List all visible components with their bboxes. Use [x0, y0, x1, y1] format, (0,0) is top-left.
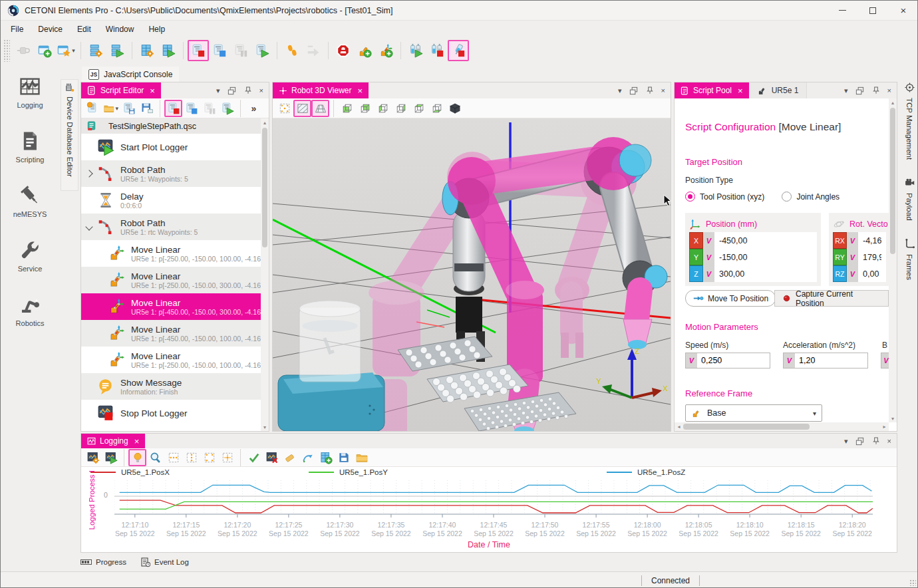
- wireframe-icon[interactable]: [293, 100, 311, 117]
- tab-close-icon[interactable]: ×: [738, 86, 743, 96]
- stop-script-icon[interactable]: [164, 100, 182, 117]
- add-robot-axes-icon[interactable]: [375, 40, 396, 61]
- device-config-icon[interactable]: [85, 40, 106, 61]
- tab-robot-3d-viewer[interactable]: Robot 3D Viewer×: [273, 82, 369, 98]
- solid-view-icon[interactable]: [446, 100, 464, 117]
- module-config-icon[interactable]: [136, 40, 158, 61]
- panel-menu-icon[interactable]: ▾: [844, 437, 848, 446]
- radio-joint-angles[interactable]: Joint Angles: [782, 192, 840, 202]
- dosing-stop-icon[interactable]: [426, 40, 448, 61]
- script-run-icon[interactable]: [251, 40, 273, 61]
- syringe-stop-icon[interactable]: [448, 40, 469, 61]
- panel-pin-icon[interactable]: [871, 86, 881, 96]
- accept-icon[interactable]: [245, 449, 263, 466]
- tab-close-icon[interactable]: ×: [134, 436, 140, 446]
- tree-item[interactable]: Move LinearUR5e 1: p[-450.00, -150.00, 1…: [81, 320, 261, 347]
- device-database-editor-tab[interactable]: Device Database Editor: [61, 79, 78, 191]
- dock-tab-frames[interactable]: Frames: [904, 238, 915, 280]
- menu-device[interactable]: Device: [31, 23, 70, 36]
- panel-close-icon[interactable]: ×: [887, 86, 891, 94]
- tree-item[interactable]: Robot PathUR5e 1: Waypoints: 5: [81, 160, 261, 187]
- module-start-icon[interactable]: [158, 40, 179, 61]
- new-script-icon[interactable]: [84, 100, 102, 117]
- open-script-icon[interactable]: ▾: [102, 100, 120, 117]
- move-to-position-button[interactable]: Move To Position: [685, 290, 776, 307]
- script-skip-icon[interactable]: [209, 40, 230, 61]
- scale-auto-icon[interactable]: [218, 449, 236, 466]
- view-front-icon[interactable]: [338, 100, 356, 117]
- view-top-icon[interactable]: [410, 100, 428, 117]
- view-back-icon[interactable]: [356, 100, 374, 117]
- tab-close-icon[interactable]: ×: [150, 86, 155, 96]
- pool-vertical-scrollbar[interactable]: ▴ ▾: [889, 98, 897, 422]
- tree-item[interactable]: Stop Plot Logger: [81, 400, 261, 426]
- position-row-z[interactable]: ZV: [689, 265, 817, 282]
- open-folder-icon[interactable]: [353, 449, 371, 466]
- menu-edit[interactable]: Edit: [70, 23, 98, 36]
- resize-grip[interactable]: [909, 579, 916, 586]
- sidebar-item-logging[interactable]: Logging: [1, 65, 59, 119]
- tree-item[interactable]: Start Plot Logger: [81, 134, 261, 160]
- sidebar-item-scripting[interactable]: Scripting: [1, 119, 59, 174]
- toolbar-grip[interactable]: [3, 39, 10, 62]
- rotation-row-rx[interactable]: RXV: [833, 232, 886, 249]
- marker-icon[interactable]: [128, 449, 146, 466]
- dock-tab-payload[interactable]: Payload: [904, 177, 915, 221]
- tab-logging[interactable]: Logging×: [81, 434, 145, 448]
- sidebar-item-service[interactable]: Service: [1, 228, 59, 283]
- add-robot-icon[interactable]: [354, 40, 375, 61]
- acceleration-field[interactable]: V: [783, 353, 868, 368]
- menu-window[interactable]: Window: [98, 23, 142, 36]
- favorite-windows-icon[interactable]: ▾: [55, 40, 76, 61]
- panel-menu-icon[interactable]: ▾: [618, 86, 622, 95]
- panel-float-icon[interactable]: [855, 436, 865, 446]
- device-start-icon[interactable]: [106, 40, 128, 61]
- add-window-icon[interactable]: [34, 40, 55, 61]
- dock-tab-tcp-management[interactable]: TCP Management: [904, 82, 915, 160]
- scale-box-icon[interactable]: [200, 449, 218, 466]
- pool-horizontal-scrollbar[interactable]: ◂▸: [675, 422, 889, 431]
- panel-pin-icon[interactable]: [871, 436, 881, 446]
- plot-start-icon[interactable]: [102, 449, 120, 466]
- floor-grid-icon[interactable]: [311, 100, 329, 117]
- zoom-icon[interactable]: [146, 449, 164, 466]
- maximize-icon[interactable]: [857, 1, 888, 21]
- emergency-stop-icon[interactable]: [333, 40, 354, 61]
- tree-root[interactable]: TestSingleStepPath.qsc: [81, 118, 261, 134]
- eraser-icon[interactable]: [281, 449, 299, 466]
- tree-item[interactable]: Robot PathUR5e 1: rtc Waypoints: 5: [81, 214, 261, 240]
- tab-script-editor[interactable]: Script Editor×: [81, 82, 161, 98]
- log-chart-plot[interactable]: [114, 479, 873, 519]
- sidebar-item-robotics[interactable]: Robotics: [1, 283, 59, 337]
- rotation-row-rz[interactable]: RZV: [833, 265, 886, 282]
- tree-item[interactable]: Move LinearUR5e 1: p[-250.00, -150.00, 1…: [81, 240, 261, 267]
- robot-3d-scene[interactable]: Z Y X: [273, 118, 671, 431]
- expander-icon[interactable]: [85, 223, 92, 230]
- panel-close-icon[interactable]: ×: [887, 437, 891, 445]
- close-icon[interactable]: ×: [888, 1, 918, 21]
- tab-script-pool[interactable]: Script Pool×: [675, 82, 749, 98]
- pause-script-icon[interactable]: [200, 100, 218, 117]
- radio-tool-position[interactable]: Tool Position (xyz): [685, 192, 764, 202]
- reference-frame-dropdown[interactable]: Base ▾: [685, 404, 822, 422]
- export-data-icon[interactable]: [299, 449, 317, 466]
- add-table-icon[interactable]: [317, 449, 335, 466]
- origin-icon[interactable]: [275, 100, 293, 117]
- panel-menu-icon[interactable]: ▾: [216, 86, 220, 95]
- overflow-icon[interactable]: »: [245, 100, 263, 117]
- position-row-y[interactable]: YV: [689, 249, 817, 265]
- clear-plot-icon[interactable]: [263, 449, 281, 466]
- scale-y-icon[interactable]: [182, 449, 200, 466]
- menu-help[interactable]: Help: [141, 23, 172, 36]
- panel-close-icon[interactable]: ×: [259, 86, 263, 94]
- disconnect-icon[interactable]: [13, 40, 34, 61]
- view-right-icon[interactable]: [392, 100, 410, 117]
- menu-file[interactable]: File: [3, 23, 31, 36]
- step-run-icon[interactable]: [281, 40, 303, 61]
- tree-item[interactable]: Move LinearUR5e 1: p[-250.00, -150.00, 1…: [81, 347, 261, 373]
- panel-float-icon[interactable]: [227, 86, 237, 96]
- rotation-row-ry[interactable]: RYV: [833, 249, 886, 265]
- tree-item[interactable]: Show MessageInformation: Finish: [81, 373, 261, 400]
- panel-menu-icon[interactable]: ▾: [844, 86, 848, 95]
- run-script-icon[interactable]: [218, 100, 236, 117]
